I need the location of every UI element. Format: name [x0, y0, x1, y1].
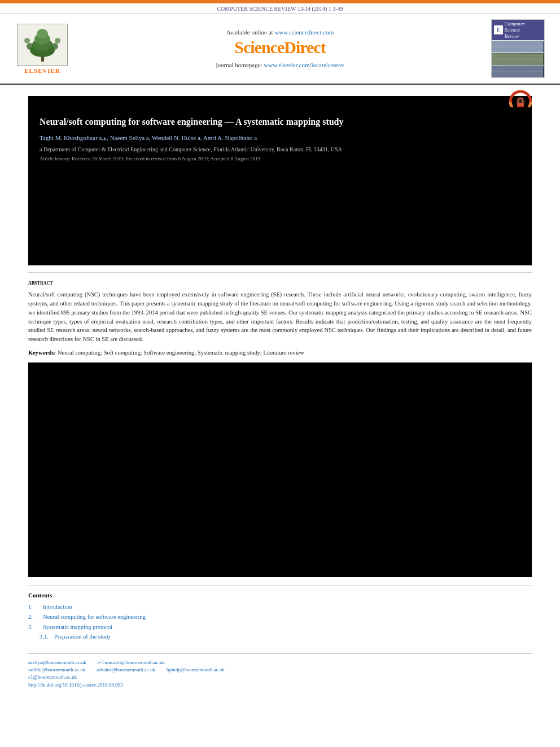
csr-image-1: [492, 40, 544, 53]
email-6[interactable]: c1@bournemouth.ac.uk: [28, 674, 77, 680]
article-section: Neural/soft computing for software engin…: [28, 96, 532, 688]
svg-point-17: [516, 97, 525, 106]
journal-center-header: Available online at www.sciencedirect.co…: [73, 29, 487, 68]
svg-point-4: [37, 29, 48, 39]
toc-section: Contents 1. Introduction 2. Neural compu…: [28, 586, 532, 642]
toc-label-1: Introduction: [43, 602, 72, 612]
svg-point-7: [24, 38, 30, 43]
svg-point-6: [51, 43, 58, 50]
available-online-text: Available online at www.sciencedirect.co…: [85, 29, 475, 36]
email-4[interactable]: ashahri@bournemouth.ac.uk: [97, 667, 155, 672]
footer-doi[interactable]: http://dx.doi.org/10.1016/j.cosrev.2019.…: [28, 682, 532, 688]
keywords-section: Keywords: Neural computing; Soft computi…: [28, 348, 532, 357]
csr-logo-header: E ComputerScienceReview: [492, 20, 544, 40]
abstract-text: Neural/soft computing (NSC) techniques h…: [28, 290, 532, 344]
csr-title-text: ComputerScienceReview: [505, 21, 525, 39]
email-1[interactable]: aseliya@bournemouth.ac.uk: [28, 659, 86, 665]
keywords-label: Keywords:: [28, 350, 56, 356]
main-content: Neural/soft computing for software engin…: [0, 85, 560, 696]
toc-item-3[interactable]: 3. Systematic mapping protocol: [28, 622, 532, 632]
toc-item-2[interactable]: 2. Neural computing for software enginee…: [28, 612, 532, 622]
elsevier-logo: ELSEVIER: [11, 24, 73, 74]
article-info: Article history: Received 28 March 2019;…: [40, 156, 520, 161]
journal-homepage-line: journal homepage: www.elsevier.com/locat…: [85, 62, 475, 68]
article-affiliation: a Department of Computer & Electrical En…: [40, 146, 520, 152]
footer-emails: aseliya@bournemouth.ac.uk e-Tmascitri@bo…: [28, 653, 532, 688]
abstract-title: abstract: [28, 278, 532, 287]
elsevier-wordmark: ELSEVIER: [24, 67, 60, 74]
article-body-dark: [28, 362, 532, 577]
email-5[interactable]: bphulp@bournemouth.ac.uk: [167, 667, 225, 672]
abstract-section: abstract Neural/soft computing (NSC) tec…: [28, 272, 532, 357]
toc-label-3: Systematic mapping protocol: [43, 622, 112, 632]
toc-num-2: 2.: [28, 612, 40, 622]
toc-num-3-1: 3.1.: [40, 632, 51, 642]
toc-num-3: 3.: [28, 622, 40, 632]
email-3[interactable]: uolfdu@bournemouth.ac.uk: [28, 667, 85, 672]
email-row-2: uolfdu@bournemouth.ac.uk ashahri@bournem…: [28, 667, 532, 672]
sciencedirect-url-link[interactable]: www.sciencedirect.com: [274, 29, 334, 36]
elsevier-tree-image: [17, 24, 68, 66]
elsevier-icon-small: E: [494, 25, 503, 34]
email-row-3: c1@bournemouth.ac.uk: [28, 674, 532, 680]
journal-homepage-link[interactable]: www.elsevier.com/locate/cosrev: [264, 62, 344, 68]
journal-header: ELSEVIER Available online at www.science…: [0, 14, 560, 85]
doi-text: COMPUTER SCIENCE REVIEW 13-14 (2014) 1 3…: [217, 6, 343, 12]
toc-num-1: 1.: [28, 602, 40, 612]
email-row-1: aseliya@bournemouth.ac.uk e-Tmascitri@bo…: [28, 659, 532, 665]
svg-point-5: [27, 43, 33, 50]
article-authors: Taghi M. Khoshgoftaar a,⁎, Naeem Seliya …: [40, 134, 520, 142]
keywords-text: Neural computing; Soft computing; Softwa…: [58, 350, 304, 356]
csr-image-2: [492, 53, 544, 65]
email-2[interactable]: e-Tmascitri@bournemouth.ac.uk: [98, 659, 165, 665]
article-title: Neural/soft computing for software engin…: [40, 116, 520, 128]
toc-item-1[interactable]: 1. Introduction: [28, 602, 532, 612]
csr-image-3: [492, 65, 544, 77]
svg-point-8: [55, 38, 60, 43]
doi-header-line: COMPUTER SCIENCE REVIEW 13-14 (2014) 1 3…: [0, 3, 560, 14]
csr-logo-box: E ComputerScienceReview: [491, 19, 545, 78]
toc-title: Contents: [28, 592, 532, 599]
sciencedirect-logo: ScienceDirect: [85, 38, 475, 57]
toc-label-3-1: Preparation of the study: [54, 632, 111, 642]
csr-journal-logo: E ComputerScienceReview: [487, 19, 549, 78]
toc-item-3-1[interactable]: 3.1. Preparation of the study: [28, 632, 532, 642]
toc-label-2: Neural computing for software engineerin…: [43, 612, 146, 622]
